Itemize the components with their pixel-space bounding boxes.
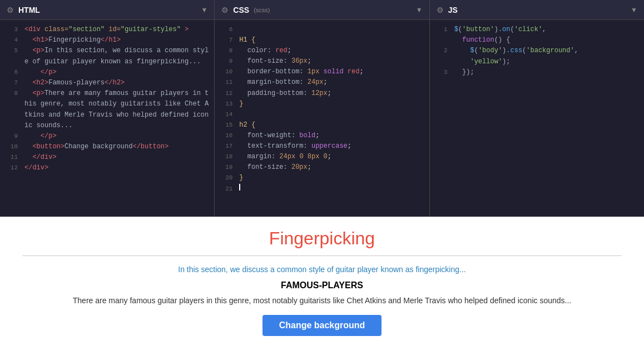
js-panel-header: ⚙ JS ▼ bbox=[430, 0, 644, 20]
code-line: 8 <p>There are many famous guitar player… bbox=[0, 88, 214, 131]
preview-paragraph: In this section, we discuss a common sty… bbox=[178, 265, 465, 274]
code-line: 7 <h2>Famous-players</h2> bbox=[0, 78, 214, 88]
change-background-button[interactable]: Change background bbox=[262, 315, 382, 336]
js-panel: ⚙ JS ▼ 1 $('button').on('click', functio… bbox=[430, 0, 644, 217]
preview-divider bbox=[22, 255, 622, 256]
preview-description: There are many famous guitar players in … bbox=[73, 296, 571, 305]
code-line: 10 border-bottom: 1px solid red; bbox=[215, 67, 429, 77]
css-panel-title: CSS bbox=[233, 6, 249, 14]
editor-section: ⚙ HTML ▼ 3 <div class="section" id="guit… bbox=[0, 0, 644, 217]
code-line: 12 padding-bottom: 12px; bbox=[215, 88, 429, 99]
html-panel: ⚙ HTML ▼ 3 <div class="section" id="guit… bbox=[0, 0, 215, 217]
code-line: 10 <button>Change background</button> bbox=[0, 142, 214, 152]
code-line: 13 } bbox=[215, 99, 429, 109]
code-line: 12 </div> bbox=[0, 163, 214, 173]
html-dropdown-arrow[interactable]: ▼ bbox=[201, 6, 207, 14]
css-dropdown-arrow[interactable]: ▼ bbox=[416, 6, 423, 14]
code-line: 17 text-transform: uppercase; bbox=[215, 141, 429, 152]
code-line: 11 </div> bbox=[0, 152, 214, 163]
code-line: 7 H1 { bbox=[215, 35, 429, 46]
code-line: 9 font-size: 36px; bbox=[215, 56, 429, 67]
preview-h2: FAMOUS-PLAYERS bbox=[281, 280, 363, 290]
code-line: 9 </p> bbox=[0, 131, 214, 142]
js-panel-title: JS bbox=[448, 6, 458, 14]
html-panel-title: HTML bbox=[18, 6, 40, 14]
code-line: 16 font-weight: bold; bbox=[215, 131, 429, 141]
css-header-left: ⚙ CSS (scss) bbox=[221, 6, 270, 14]
code-line: 8 color: red; bbox=[215, 46, 429, 56]
js-header-left: ⚙ JS bbox=[437, 6, 458, 14]
code-line: 11 margin-bottom: 24px; bbox=[215, 77, 429, 88]
code-line: 14 bbox=[215, 109, 429, 120]
css-code-area: 6 7 H1 { 8 color: red; 9 font-size: 36px… bbox=[215, 20, 429, 217]
code-line: 2 $('body').css('background', bbox=[430, 46, 644, 56]
html-code-area: 3 <div class="section" id="guitar-styles… bbox=[0, 20, 214, 217]
code-line: 4 <h1>Fingerpicking</h1> bbox=[0, 35, 214, 46]
html-gear-icon: ⚙ bbox=[7, 6, 14, 14]
html-panel-header: ⚙ HTML ▼ bbox=[0, 0, 214, 20]
code-line: 18 margin: 24px 0 8px 0; bbox=[215, 152, 429, 162]
code-line: function() { bbox=[430, 35, 644, 46]
css-gear-icon: ⚙ bbox=[221, 6, 229, 14]
code-line: 3 <div class="section" id="guitar-styles… bbox=[0, 24, 214, 35]
code-line: 19 font-size: 20px; bbox=[215, 162, 429, 173]
css-panel-subtitle: (scss) bbox=[254, 7, 270, 13]
code-line: 1 $('button').on('click', bbox=[430, 24, 644, 35]
code-line: 5 <p>In this section, we discuss a commo… bbox=[0, 46, 214, 67]
js-dropdown-arrow[interactable]: ▼ bbox=[631, 6, 637, 14]
js-code-area: 1 $('button').on('click', function() { 2… bbox=[430, 20, 644, 217]
code-line: 'yellow'); bbox=[430, 57, 644, 67]
code-line: 3 }); bbox=[430, 67, 644, 78]
preview-h1: Fingerpicking bbox=[269, 228, 375, 249]
css-panel-header: ⚙ CSS (scss) ▼ bbox=[215, 0, 429, 20]
code-line: 6 </p> bbox=[0, 67, 214, 78]
code-line: 21 bbox=[215, 184, 429, 194]
js-gear-icon: ⚙ bbox=[437, 6, 444, 14]
css-panel: ⚙ CSS (scss) ▼ 6 7 H1 { 8 color: red; 9 … bbox=[215, 0, 429, 217]
code-line: 20 } bbox=[215, 173, 429, 183]
code-line: 6 bbox=[215, 24, 429, 35]
preview-section: Fingerpicking In this section, we discus… bbox=[0, 217, 644, 361]
code-line: 15 h2 { bbox=[215, 120, 429, 131]
html-header-left: ⚙ HTML bbox=[7, 6, 40, 14]
